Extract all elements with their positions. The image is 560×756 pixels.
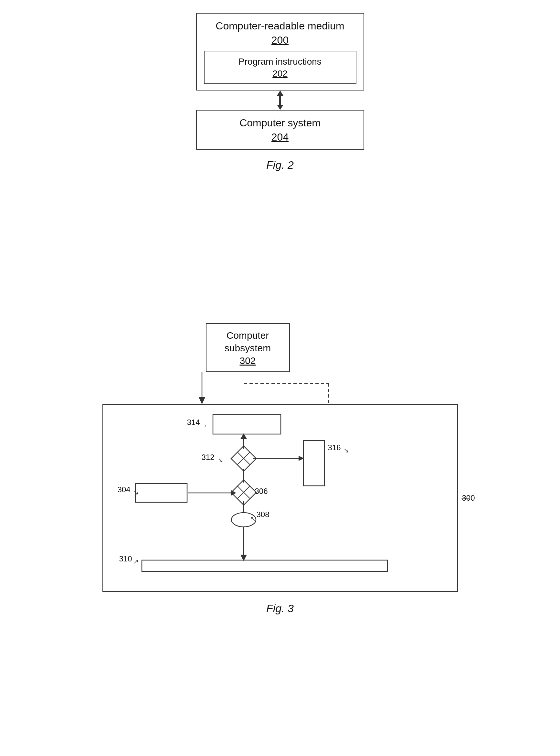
crm-number: 200 bbox=[204, 34, 356, 46]
page: Computer-readable medium 200 Program ins… bbox=[0, 0, 560, 756]
system-title: Computer system bbox=[204, 116, 356, 130]
svg-marker-2 bbox=[277, 105, 283, 110]
main-system-box: 300 — bbox=[102, 404, 458, 592]
fig3-diagram: Computer subsystem 302 300 — bbox=[86, 323, 474, 615]
svg-rect-11 bbox=[303, 440, 324, 486]
crm-title: Computer-readable medium bbox=[204, 19, 356, 33]
program-instructions-box: Program instructions 202 bbox=[204, 51, 356, 84]
fig2-arrow-container bbox=[274, 91, 287, 110]
svg-marker-0 bbox=[277, 91, 283, 96]
fig2-caption: Fig. 2 bbox=[266, 159, 294, 171]
label-316: 316 bbox=[328, 443, 341, 452]
subsystem-number: 302 bbox=[216, 355, 280, 366]
fig2-diagram: Computer-readable medium 200 Program ins… bbox=[167, 13, 393, 171]
crm-box: Computer-readable medium 200 Program ins… bbox=[196, 13, 364, 91]
fig3-connector-arrows bbox=[102, 372, 458, 404]
label-312: 312 bbox=[202, 453, 215, 462]
svg-rect-17 bbox=[142, 560, 387, 572]
fig3-internal-svg bbox=[103, 405, 459, 593]
program-number: 202 bbox=[214, 68, 346, 79]
svg-marker-4 bbox=[199, 397, 205, 404]
svg-rect-7 bbox=[213, 415, 281, 434]
bidirectional-arrow-icon bbox=[274, 91, 287, 110]
program-title: Program instructions bbox=[214, 56, 346, 67]
label-306: 306 bbox=[255, 487, 268, 496]
system-number: 204 bbox=[204, 131, 356, 143]
label-314: 314 bbox=[187, 418, 200, 427]
computer-system-box: Computer system 204 bbox=[196, 110, 364, 150]
fig3-caption: Fig. 3 bbox=[266, 602, 294, 615]
svg-rect-1 bbox=[279, 95, 281, 105]
computer-subsystem-box: Computer subsystem 302 bbox=[206, 323, 290, 372]
svg-rect-15 bbox=[135, 483, 187, 502]
subsystem-title: Computer subsystem bbox=[216, 329, 280, 354]
label-310: 310 bbox=[119, 554, 132, 563]
label-304: 304 bbox=[118, 485, 131, 494]
label-308: 308 bbox=[257, 510, 269, 519]
